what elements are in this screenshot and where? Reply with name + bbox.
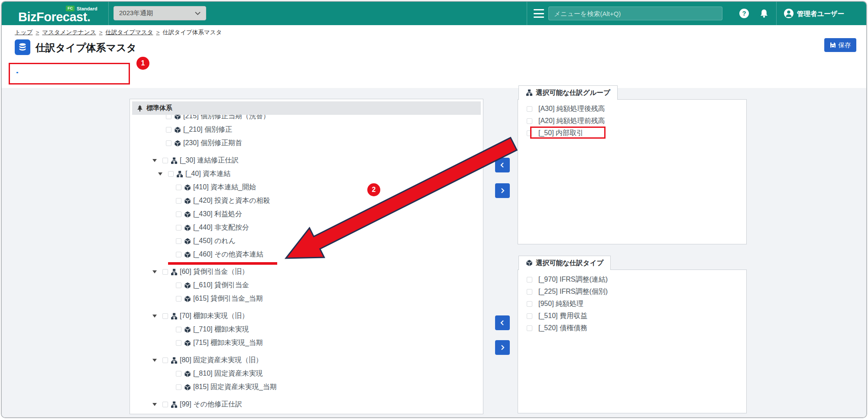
tree-item-checkbox[interactable] [176,371,181,377]
save-floppy-icon [830,42,836,48]
expand-collapse-icon[interactable] [152,270,157,273]
tree-item[interactable]: [_910] その他修正 [132,411,481,412]
tree-item[interactable]: [615] 貸倒引当金_当期 [132,292,481,305]
tree-item[interactable]: [_40] 資本連結 [132,167,481,181]
taxonomy-tab[interactable] [31,65,33,73]
tree-item-checkbox[interactable] [168,171,174,177]
tree-item[interactable]: [_610] 貸倒引当金 [132,279,481,292]
tree-item-checkbox[interactable] [166,140,172,146]
period-selector[interactable]: 2023年通期 [113,6,206,20]
tree-item[interactable]: [_430] 利益処分 [132,208,481,221]
move-right-type-button[interactable] [495,340,510,355]
journal-type-cube-icon [184,184,191,191]
tree-item-checkbox[interactable] [176,283,181,288]
journal-group-icon [171,269,178,276]
tree-item-checkbox[interactable] [176,198,181,204]
tree-item[interactable]: [_210] 個別修正 [132,123,481,136]
expand-collapse-icon[interactable] [152,403,157,406]
move-left-group-button[interactable] [495,158,510,172]
tree-item-checkbox[interactable] [162,269,168,275]
tree-item-checkbox[interactable] [176,340,181,346]
brand-logo[interactable]: FC Standard BizForecast. [18,3,105,24]
journal-group-checkbox[interactable] [527,106,532,112]
tree-item[interactable]: [_810] 固定資産未実現 [132,367,481,380]
expand-collapse-icon[interactable] [152,315,157,318]
taxonomy-tab[interactable] [16,65,18,73]
tree-item[interactable]: [99] その他修正仕訳 [132,398,481,411]
journal-group-checkbox[interactable] [527,118,532,124]
tree-item-checkbox[interactable] [176,185,181,190]
tree-item-checkbox[interactable] [176,296,181,302]
tree-item-checkbox[interactable] [176,225,181,231]
journal-type-checkbox[interactable] [527,289,532,295]
journal-group-item[interactable]: [A20] 純額処理前残高 [518,115,746,127]
tree-item[interactable]: [_440] 非支配按分 [132,221,481,234]
journal-group-item[interactable]: [A30] 純額処理後残高 [518,103,746,115]
expand-collapse-icon[interactable] [152,159,157,162]
standard-taxonomy-panel: 標準体系 [215] 個別修正当期（洗替） [130,99,483,414]
tree-item[interactable]: [_30] 連結修正仕訳 [132,154,481,167]
journal-group-icon [171,313,178,320]
menu-hamburger-icon[interactable] [534,9,544,18]
tree-item[interactable]: [_710] 棚卸未実現 [132,323,481,336]
journal-type-label: [_510] 費用収益 [538,312,587,321]
save-button[interactable]: 保存 [824,38,856,52]
tree-item[interactable]: [_420] 投資と資本の相殺 [132,194,481,208]
tree-item-checkbox[interactable] [166,127,172,133]
expand-collapse-icon[interactable] [158,172,162,175]
user-avatar-icon[interactable] [784,9,794,18]
move-left-type-button[interactable] [495,315,510,330]
user-name[interactable]: 管理者ユーザー [797,10,844,19]
tree-item-label: [_810] 固定資産未実現 [193,369,263,378]
journal-type-item[interactable]: [_225] IFRS調整(個別) [518,286,746,298]
move-right-group-button[interactable] [495,183,510,198]
help-icon[interactable]: ? [739,9,749,18]
tree-item[interactable]: [410] 資本連結_開始 [132,181,481,194]
journal-type-item[interactable]: [_970] IFRS調整(連結) [518,273,746,286]
taxonomy-tab[interactable] [46,65,48,73]
tree-item[interactable]: [60] 貸倒引当金（旧） [132,265,481,279]
tree-item-checkbox[interactable] [176,211,181,217]
tree-item-checkbox[interactable] [176,252,181,257]
notification-bell-icon[interactable] [759,9,769,18]
journal-type-checkbox[interactable] [527,325,532,331]
menu-search[interactable] [548,6,722,20]
tree-item[interactable]: [715] 棚卸未実現_当期 [132,336,481,350]
tree-item-checkbox[interactable] [162,357,168,363]
expand-collapse-icon[interactable] [152,359,157,362]
chevron-down-icon [195,12,201,15]
header-divider [776,2,777,25]
tree-item-label: [230] 個別修正期首 [183,139,242,148]
tree-item[interactable]: [230] 個別修正期首 [132,136,481,150]
breadcrumb-item[interactable]: 仕訳タイプ体系マスタ [162,29,222,36]
tree-item-checkbox[interactable] [162,402,168,407]
tree-item-checkbox[interactable] [176,384,181,390]
tree-item-checkbox[interactable] [176,238,181,244]
journal-type-item[interactable]: [950] 純額処理 [518,298,746,310]
tree-item-checkbox[interactable] [176,327,181,332]
journal-group-item[interactable]: [_50] 内部取引 [518,127,746,139]
journal-type-cube-icon [184,224,191,231]
tree-item[interactable]: [70] 棚卸未実現（旧） [132,309,481,323]
tree-item-checkbox[interactable] [166,115,172,119]
journal-type-checkbox[interactable] [527,277,532,283]
tree-item[interactable]: [215] 個別修正当期（洗替） [132,115,481,123]
breadcrumb-item[interactable]: トップ> [15,29,39,36]
tree-item-checkbox[interactable] [162,313,168,319]
journal-type-item[interactable]: [_510] 費用収益 [518,310,746,322]
journal-type-item[interactable]: [_520] 債権債務 [518,322,746,334]
journal-type-checkbox[interactable] [527,313,532,319]
breadcrumb-item[interactable]: マスタメンテナンス> [42,29,102,36]
tree-item[interactable]: [_450] のれん [132,234,481,248]
tree-body[interactable]: [215] 個別修正当期（洗替） [_210] 個別修正 [132,115,481,412]
journal-group-icon [171,401,178,408]
breadcrumb-item[interactable]: 仕訳タイプマスタ> [106,29,160,36]
breadcrumb: トップ> マスタメンテナンス> 仕訳タイプマスタ> 仕訳タイプ体系マスタ [15,29,222,36]
tree-item[interactable]: [815] 固定資産未実現_当期 [132,380,481,394]
journal-group-checkbox[interactable] [527,130,532,136]
tree-item[interactable]: [_460] その他資本連結 [132,248,481,261]
tree-item[interactable]: [80] 固定資産未実現（旧） [132,354,481,367]
search-input[interactable] [554,10,717,17]
journal-type-checkbox[interactable] [527,301,532,307]
tree-item-checkbox[interactable] [162,158,168,163]
